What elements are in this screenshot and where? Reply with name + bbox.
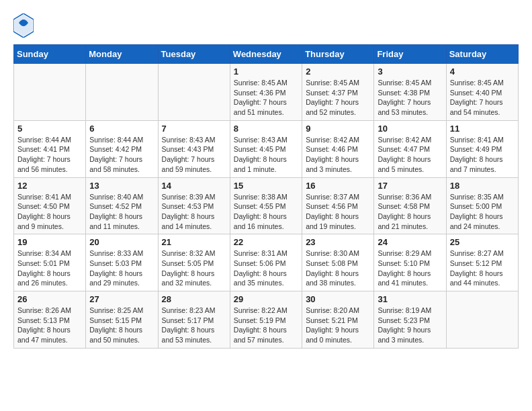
calendar-day-cell: 18Sunrise: 8:35 AM Sunset: 5:00 PM Dayli… [446, 177, 518, 234]
weekday-header: Tuesday [158, 45, 230, 64]
day-number: 18 [450, 181, 515, 191]
day-info: Sunrise: 8:45 AM Sunset: 4:38 PM Dayligh… [378, 78, 442, 118]
day-info: Sunrise: 8:36 AM Sunset: 4:58 PM Dayligh… [378, 192, 442, 232]
day-number: 28 [162, 294, 226, 304]
day-info: Sunrise: 8:27 AM Sunset: 5:12 PM Dayligh… [450, 248, 515, 288]
day-number: 5 [17, 124, 82, 134]
day-info: Sunrise: 8:42 AM Sunset: 4:47 PM Dayligh… [378, 135, 442, 175]
weekday-header: Thursday [302, 45, 374, 64]
weekday-header: Wednesday [230, 45, 302, 64]
calendar-day-cell: 26Sunrise: 8:26 AM Sunset: 5:13 PM Dayli… [14, 291, 86, 349]
calendar-day-cell: 10Sunrise: 8:42 AM Sunset: 4:47 PM Dayli… [374, 120, 446, 177]
day-number: 17 [378, 181, 442, 191]
calendar-day-cell: 14Sunrise: 8:39 AM Sunset: 4:53 PM Dayli… [158, 177, 230, 234]
day-info: Sunrise: 8:45 AM Sunset: 4:36 PM Dayligh… [234, 78, 298, 118]
calendar-day-cell: 5Sunrise: 8:44 AM Sunset: 4:41 PM Daylig… [14, 120, 86, 177]
calendar-week-row: 1Sunrise: 8:45 AM Sunset: 4:36 PM Daylig… [14, 64, 519, 121]
day-number: 30 [306, 294, 370, 304]
day-number: 19 [17, 237, 82, 247]
calendar-day-cell: 15Sunrise: 8:38 AM Sunset: 4:55 PM Dayli… [230, 177, 302, 234]
day-info: Sunrise: 8:44 AM Sunset: 4:41 PM Dayligh… [17, 135, 82, 175]
day-info: Sunrise: 8:30 AM Sunset: 5:08 PM Dayligh… [306, 248, 370, 288]
day-info: Sunrise: 8:22 AM Sunset: 5:19 PM Dayligh… [234, 306, 298, 345]
day-number: 27 [89, 294, 154, 304]
day-number: 23 [306, 237, 370, 247]
day-number: 9 [306, 124, 370, 134]
day-number: 6 [89, 124, 154, 134]
calendar-day-cell: 19Sunrise: 8:34 AM Sunset: 5:01 PM Dayli… [14, 234, 86, 291]
day-info: Sunrise: 8:26 AM Sunset: 5:13 PM Dayligh… [17, 306, 82, 345]
day-number: 25 [450, 237, 515, 247]
day-info: Sunrise: 8:25 AM Sunset: 5:15 PM Dayligh… [89, 306, 154, 345]
day-info: Sunrise: 8:44 AM Sunset: 4:42 PM Dayligh… [89, 135, 154, 175]
calendar-day-cell: 21Sunrise: 8:32 AM Sunset: 5:05 PM Dayli… [158, 234, 230, 291]
calendar-day-cell [86, 64, 158, 121]
day-number: 13 [89, 181, 154, 191]
page-header [13, 13, 519, 38]
day-number: 21 [162, 237, 226, 247]
day-info: Sunrise: 8:40 AM Sunset: 4:52 PM Dayligh… [89, 192, 154, 232]
day-number: 1 [234, 66, 298, 77]
day-number: 16 [306, 181, 370, 191]
calendar-day-cell: 17Sunrise: 8:36 AM Sunset: 4:58 PM Dayli… [374, 177, 446, 234]
day-info: Sunrise: 8:37 AM Sunset: 4:56 PM Dayligh… [306, 192, 370, 232]
day-number: 4 [450, 66, 515, 77]
calendar-day-cell [446, 291, 518, 349]
day-info: Sunrise: 8:33 AM Sunset: 5:03 PM Dayligh… [89, 248, 154, 288]
day-number: 10 [378, 124, 442, 134]
calendar-day-cell: 16Sunrise: 8:37 AM Sunset: 4:56 PM Dayli… [302, 177, 374, 234]
weekday-header-row: SundayMondayTuesdayWednesdayThursdayFrid… [14, 45, 519, 64]
calendar-day-cell [14, 64, 86, 121]
calendar-day-cell: 29Sunrise: 8:22 AM Sunset: 5:19 PM Dayli… [230, 291, 302, 349]
logo-icon [13, 13, 34, 38]
day-info: Sunrise: 8:29 AM Sunset: 5:10 PM Dayligh… [378, 248, 442, 288]
calendar-week-row: 12Sunrise: 8:41 AM Sunset: 4:50 PM Dayli… [14, 177, 519, 234]
weekday-header: Friday [374, 45, 446, 64]
day-number: 12 [17, 181, 82, 191]
day-info: Sunrise: 8:43 AM Sunset: 4:43 PM Dayligh… [162, 135, 226, 175]
day-info: Sunrise: 8:45 AM Sunset: 4:37 PM Dayligh… [306, 78, 370, 118]
logo [13, 13, 38, 38]
day-number: 15 [234, 181, 298, 191]
day-number: 3 [378, 66, 442, 77]
day-info: Sunrise: 8:31 AM Sunset: 5:06 PM Dayligh… [234, 248, 298, 288]
day-info: Sunrise: 8:42 AM Sunset: 4:46 PM Dayligh… [306, 135, 370, 175]
day-number: 29 [234, 294, 298, 304]
day-number: 11 [450, 124, 515, 134]
day-info: Sunrise: 8:35 AM Sunset: 5:00 PM Dayligh… [450, 192, 515, 232]
calendar-day-cell: 6Sunrise: 8:44 AM Sunset: 4:42 PM Daylig… [86, 120, 158, 177]
calendar-day-cell: 9Sunrise: 8:42 AM Sunset: 4:46 PM Daylig… [302, 120, 374, 177]
calendar-day-cell: 28Sunrise: 8:23 AM Sunset: 5:17 PM Dayli… [158, 291, 230, 349]
calendar-week-row: 19Sunrise: 8:34 AM Sunset: 5:01 PM Dayli… [14, 234, 519, 291]
calendar-day-cell: 30Sunrise: 8:20 AM Sunset: 5:21 PM Dayli… [302, 291, 374, 349]
day-number: 31 [378, 294, 442, 304]
day-info: Sunrise: 8:41 AM Sunset: 4:50 PM Dayligh… [17, 192, 82, 232]
day-info: Sunrise: 8:39 AM Sunset: 4:53 PM Dayligh… [162, 192, 226, 232]
calendar-day-cell: 27Sunrise: 8:25 AM Sunset: 5:15 PM Dayli… [86, 291, 158, 349]
weekday-header: Monday [86, 45, 158, 64]
calendar-day-cell: 24Sunrise: 8:29 AM Sunset: 5:10 PM Dayli… [374, 234, 446, 291]
calendar-day-cell [158, 64, 230, 121]
calendar-day-cell: 12Sunrise: 8:41 AM Sunset: 4:50 PM Dayli… [14, 177, 86, 234]
day-info: Sunrise: 8:45 AM Sunset: 4:40 PM Dayligh… [450, 78, 515, 118]
day-number: 24 [378, 237, 442, 247]
weekday-header: Sunday [14, 45, 86, 64]
day-number: 26 [17, 294, 82, 304]
calendar-day-cell: 8Sunrise: 8:43 AM Sunset: 4:45 PM Daylig… [230, 120, 302, 177]
day-number: 20 [89, 237, 154, 247]
day-info: Sunrise: 8:38 AM Sunset: 4:55 PM Dayligh… [234, 192, 298, 232]
calendar-table: SundayMondayTuesdayWednesdayThursdayFrid… [13, 44, 519, 349]
day-number: 2 [306, 66, 370, 77]
calendar-day-cell: 3Sunrise: 8:45 AM Sunset: 4:38 PM Daylig… [374, 64, 446, 121]
calendar-week-row: 26Sunrise: 8:26 AM Sunset: 5:13 PM Dayli… [14, 291, 519, 349]
calendar-day-cell: 1Sunrise: 8:45 AM Sunset: 4:36 PM Daylig… [230, 64, 302, 121]
calendar-day-cell: 31Sunrise: 8:19 AM Sunset: 5:23 PM Dayli… [374, 291, 446, 349]
calendar-day-cell: 13Sunrise: 8:40 AM Sunset: 4:52 PM Dayli… [86, 177, 158, 234]
calendar-day-cell: 2Sunrise: 8:45 AM Sunset: 4:37 PM Daylig… [302, 64, 374, 121]
day-number: 7 [162, 124, 226, 134]
day-info: Sunrise: 8:20 AM Sunset: 5:21 PM Dayligh… [306, 306, 370, 345]
day-info: Sunrise: 8:19 AM Sunset: 5:23 PM Dayligh… [378, 306, 442, 345]
day-info: Sunrise: 8:43 AM Sunset: 4:45 PM Dayligh… [234, 135, 298, 175]
day-info: Sunrise: 8:34 AM Sunset: 5:01 PM Dayligh… [17, 248, 82, 288]
calendar-day-cell: 22Sunrise: 8:31 AM Sunset: 5:06 PM Dayli… [230, 234, 302, 291]
